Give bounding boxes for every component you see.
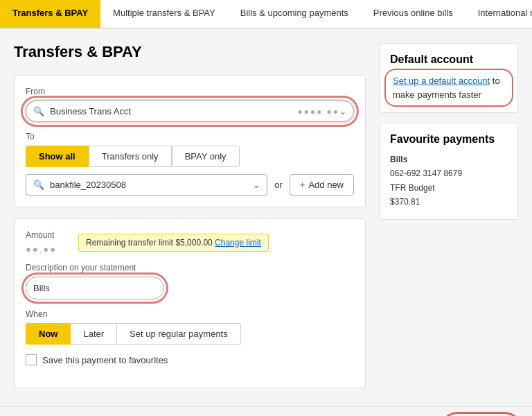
favourite-payments-card: Favourite payments Bills 062-692 3147 86… — [380, 123, 518, 220]
to-account-value: bankfile_20230508 — [50, 180, 253, 190]
from-account-masked: ●●●● ●● — [297, 107, 339, 116]
from-to-card: From 🔍 Business Trans Acct ●●●● ●● ⌄ To … — [14, 75, 366, 207]
amount-label: Amount — [26, 230, 67, 240]
default-account-title: Default account — [390, 53, 508, 66]
to-chevron-icon: ⌄ — [253, 180, 260, 190]
nav-tab-transfers-bpay[interactable]: Transfers & BPAY — [0, 0, 100, 28]
nav-tab-bills-upcoming[interactable]: Bills & upcoming payments — [228, 0, 361, 28]
when-label: When — [26, 309, 354, 319]
bottom-bar: Clear Next — [0, 406, 532, 416]
left-panel: Transfers & BPAY From 🔍 Business Trans A… — [14, 43, 366, 399]
remaining-badge: Remaining transfer limit $5,000.00 Chang… — [78, 234, 269, 252]
plus-icon: + — [300, 180, 305, 190]
fav-item-bsb: 062-692 — [390, 168, 420, 178]
from-wrapper: 🔍 Business Trans Acct ●●●● ●● ⌄ — [26, 101, 354, 122]
save-checkbox[interactable] — [26, 354, 37, 365]
to-tabs: Show all Transfers only BPAY only — [26, 146, 354, 167]
desc-label: Description on your statement — [26, 263, 354, 272]
default-account-text: Set up a default account to make payment… — [393, 74, 505, 101]
add-new-label: Add new — [308, 180, 344, 190]
when-tabs: Now Later Set up regular payments — [26, 323, 354, 345]
from-account-selector[interactable]: 🔍 Business Trans Acct ●●●● ●● ⌄ — [26, 101, 354, 122]
favourite-payment-item[interactable]: Bills 062-692 3147 8679 TFR Budget $370.… — [390, 153, 508, 209]
fav-item-account: 3147 8679 — [423, 168, 462, 178]
add-new-button[interactable]: + Add new — [290, 174, 354, 196]
favourite-payments-title: Favourite payments — [390, 133, 508, 146]
nav-tab-international[interactable]: International money transfers — [466, 0, 532, 28]
to-search-row: 🔍 bankfile_20230508 ⌄ or + Add new — [26, 174, 354, 196]
right-panel: Default account Set up a default account… — [380, 43, 518, 399]
nav-tab-multiple-transfers[interactable]: Multiple transfers & BPAY — [100, 0, 228, 28]
save-label: Save this payment to favourites — [42, 355, 168, 365]
to-account-selector[interactable]: 🔍 bankfile_20230508 ⌄ — [26, 174, 267, 196]
top-nav: Transfers & BPAY Multiple transfers & BP… — [0, 0, 532, 29]
save-row: Save this payment to favourites — [26, 354, 354, 365]
desc-input[interactable] — [26, 277, 164, 300]
change-limit-link[interactable]: Change limit — [215, 238, 261, 248]
to-search-icon: 🔍 — [33, 180, 44, 190]
desc-input-wrapper — [26, 277, 164, 300]
fav-item-amount: $370.81 — [390, 195, 508, 209]
fav-item-bsb-account: 062-692 3147 8679 — [390, 166, 508, 180]
remaining-text: Remaining transfer limit $5,000.00 — [86, 238, 213, 248]
fav-item-description: TFR Budget — [390, 181, 508, 195]
to-tab-bpay-only[interactable]: BPAY only — [172, 146, 240, 167]
nav-tab-previous-bills[interactable]: Previous online bills — [361, 0, 466, 28]
to-label: To — [26, 132, 354, 141]
set-up-default-link[interactable]: Set up a default account — [393, 76, 490, 86]
search-icon: 🔍 — [33, 106, 44, 116]
amount-value: ●●.●● — [26, 244, 67, 254]
from-label: From — [26, 87, 354, 96]
when-tab-later[interactable]: Later — [71, 323, 117, 345]
page-content: Transfers & BPAY From 🔍 Business Trans A… — [0, 29, 532, 399]
from-chevron-icon: ⌄ — [339, 107, 346, 116]
fav-item-name: Bills — [390, 153, 508, 166]
amount-row: Amount ●●.●● Remaining transfer limit $5… — [26, 230, 354, 254]
page-title: Transfers & BPAY — [14, 43, 366, 61]
from-account-name: Business Trans Acct — [50, 106, 294, 116]
or-text: or — [274, 180, 283, 190]
when-tab-regular[interactable]: Set up regular payments — [117, 323, 241, 345]
amount-card: Amount ●●.●● Remaining transfer limit $5… — [14, 218, 366, 388]
when-tab-now[interactable]: Now — [26, 323, 71, 345]
to-tab-transfers-only[interactable]: Transfers only — [89, 146, 172, 167]
to-tab-show-all[interactable]: Show all — [26, 146, 89, 167]
default-account-card: Default account Set up a default account… — [380, 43, 518, 113]
